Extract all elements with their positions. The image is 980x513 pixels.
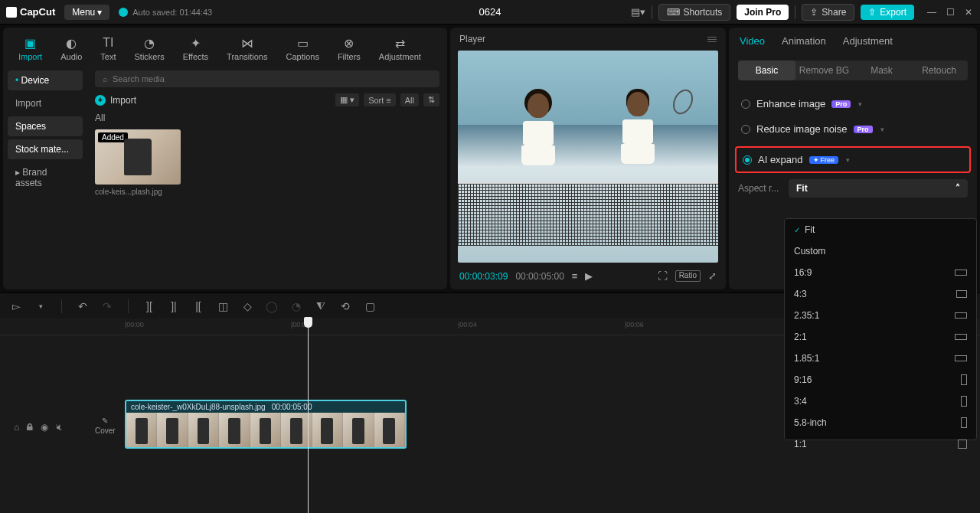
clip-header: cole-keister-_w0XkDuLj88-unsplash.jpg 00… [126,401,405,413]
tab-text[interactable]: TIText [91,32,125,64]
shield-tool[interactable]: ◇ [240,300,254,312]
maximize-button[interactable]: ☐ [945,7,956,18]
tab-captions[interactable]: ▭Captions [276,32,328,64]
sidebar-item-spaces[interactable]: Spaces [8,116,83,136]
redo-button[interactable]: ↷ [100,300,114,312]
timer-tool[interactable]: ◔ [289,300,303,312]
share-button[interactable]: ⇪ Share [802,4,854,21]
undo-button[interactable]: ↶ [76,300,90,312]
sidebar-item-import[interactable]: Import [8,93,83,113]
focus-icon[interactable]: ⛶ [658,270,668,282]
option-ai-expand[interactable]: AI expand ✦Free ▾ [743,151,963,168]
sidebar-item-device[interactable]: Device [8,70,83,90]
filter-button[interactable]: ⇅ [423,93,439,106]
sidebar-item-brand[interactable]: ▸ Brand assets [8,162,83,193]
media-item[interactable]: Added cole-keis...plash.jpg [95,129,181,196]
option-reduce-noise[interactable]: Reduce image noise Pro ▾ [738,116,968,142]
properties-panel: Video Animation Adjustment Basic Remove … [729,28,977,289]
fullscreen-icon[interactable]: ⤢ [708,270,717,282]
timeline-clip[interactable]: cole-keister-_w0XkDuLj88-unsplash.jpg 00… [125,400,407,449]
menu-button[interactable]: Menu ▾ [64,5,109,20]
pointer-dropdown[interactable]: ▾ [34,302,47,310]
aiexpand-label: AI expand [758,154,803,165]
top-bar: CapCut Menu ▾ Auto saved: 01:44:43 0624 … [0,0,980,25]
ratio-button[interactable]: Ratio [675,270,701,282]
filter-all-button[interactable]: All [400,93,419,106]
dropdown-item-235-1[interactable]: 2.35:1 [785,305,976,326]
sidebar-item-stock[interactable]: Stock mate... [8,139,83,159]
mute-icon[interactable]: 🔇︎ [54,422,64,433]
split-left-tool[interactable]: ]​| [167,300,181,312]
player-viewport[interactable] [458,51,718,263]
tab-adjustment[interactable]: ⇄Adjustment [370,32,430,64]
dropdown-item-1-1[interactable]: 1:1 [785,433,976,455]
dropdown-item-4-3[interactable]: 4:3 [785,283,976,305]
close-button[interactable]: ✕ [963,7,974,18]
pointer-tool[interactable]: ▻ [9,300,23,312]
option-enhance[interactable]: Enhance image Pro ▾ [738,91,968,116]
split-right-tool[interactable]: |​[ [191,300,205,312]
dd-label: 4:3 [794,289,807,299]
record-tool[interactable]: ◯ [265,300,279,312]
subtab-retouch[interactable]: Retouch [910,60,968,80]
project-title[interactable]: 0624 [479,6,501,18]
free-badge: ✦Free [809,156,839,164]
subtab-basic[interactable]: Basic [738,60,795,80]
tab-animation[interactable]: Animation [782,35,826,53]
split-tool[interactable]: ]​[ [142,300,156,312]
dropdown-item-16-9[interactable]: 16:9 [785,262,976,283]
tab-audio[interactable]: ◐Audio [51,32,91,64]
eye-icon[interactable]: ◉ [41,422,48,433]
tab-label: Filters [338,52,361,61]
dd-label: 9:16 [794,374,812,385]
playhead-handle[interactable] [304,317,312,328]
play-button[interactable]: ▶ [585,270,593,282]
subtab-mask[interactable]: Mask [853,60,910,80]
list-icon[interactable]: ≡ [572,270,578,282]
join-pro-button[interactable]: Join Pro [737,5,789,20]
tab-effects[interactable]: ✦Effects [174,32,217,64]
player-menu-icon[interactable] [707,37,717,42]
dropdown-item-custom[interactable]: Custom [785,240,976,262]
grid-view-button[interactable]: ▦ ▾ [335,93,359,106]
sort-button[interactable]: Sort ≡ [364,93,396,106]
lock-layers-icon[interactable]: ⌂ [14,422,19,433]
dropdown-item-58inch[interactable]: 5.8-inch [785,412,976,433]
import-button[interactable]: + Import [95,95,136,106]
property-subtabs: Basic Remove BG Mask Retouch [738,60,968,80]
lock-icon[interactable]: 🔒︎ [25,422,34,433]
export-button[interactable]: ⇧ Export [861,5,914,20]
check-icon [119,8,128,17]
ratio-icon [958,439,967,449]
chevron-down-icon: ▾ [846,156,850,164]
dropdown-item-fit[interactable]: ✓Fit [785,219,976,240]
mirror-tool[interactable]: ⧨ [314,299,328,312]
aspect-select[interactable]: Fit ˄ [789,179,968,198]
cover-label: Cover [95,426,116,435]
frame-tool[interactable]: ▢ [363,300,377,312]
dropdown-item-9-16[interactable]: 9:16 [785,369,976,390]
cover-button[interactable]: ✎ Cover [95,417,116,435]
tab-stickers[interactable]: ◔Stickers [126,32,174,64]
autosave-status: Auto saved: 01:44:43 [119,8,212,17]
divider [652,5,652,19]
tab-filters[interactable]: ⊗Filters [328,32,370,64]
dropdown-item-3-4[interactable]: 3:4 [785,390,976,412]
search-input[interactable]: ⌕ Search media [95,70,439,87]
plus-icon: + [95,95,106,106]
shortcuts-button[interactable]: ⌨ Shortcuts [658,4,731,21]
dropdown-item-2-1[interactable]: 2:1 [785,326,976,348]
layout-icon[interactable]: ▤▾ [631,6,645,18]
tab-video[interactable]: Video [740,35,765,53]
minimize-button[interactable]: — [926,7,937,18]
playhead[interactable] [308,319,309,513]
crop-tool[interactable]: ◫ [216,300,230,312]
tab-adjustment[interactable]: Adjustment [843,35,893,53]
tab-import[interactable]: ▣Import [9,32,51,64]
subtab-removebg[interactable]: Remove BG [795,60,853,80]
search-icon: ⌕ [103,74,108,83]
share-label: Share [822,7,846,18]
dropdown-item-185-1[interactable]: 1.85:1 [785,348,976,369]
tab-transitions[interactable]: ⋈Transitions [217,32,276,64]
rotate-tool[interactable]: ⟲ [338,300,352,312]
